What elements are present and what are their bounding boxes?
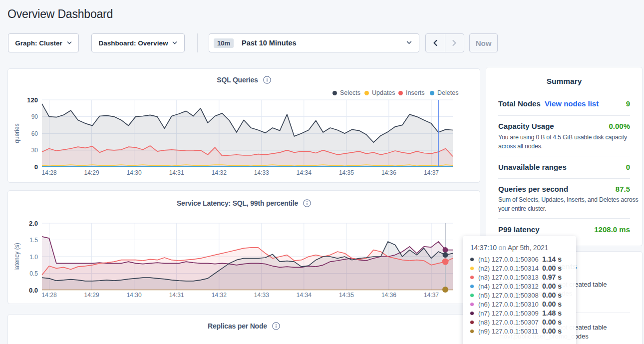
svg-text:14:36: 14:36 — [381, 292, 396, 299]
svg-text:0.5: 0.5 — [29, 270, 38, 277]
svg-text:14:34: 14:34 — [297, 169, 312, 176]
svg-text:14:28: 14:28 — [42, 292, 57, 299]
svg-text:14:35: 14:35 — [339, 292, 354, 299]
svg-text:14:31: 14:31 — [169, 169, 184, 176]
svg-text:14:30: 14:30 — [127, 292, 142, 299]
svg-text:14:36: 14:36 — [381, 169, 396, 176]
svg-text:1.5: 1.5 — [29, 237, 38, 244]
svg-text:queries: queries — [13, 123, 20, 143]
svg-text:14:28: 14:28 — [42, 169, 57, 176]
svg-text:14:37: 14:37 — [424, 169, 439, 176]
svg-text:1.0: 1.0 — [29, 254, 38, 261]
svg-text:14:30: 14:30 — [127, 169, 142, 176]
svg-text:14:33: 14:33 — [254, 292, 269, 299]
svg-text:60: 60 — [31, 130, 38, 137]
svg-text:14:33: 14:33 — [254, 169, 269, 176]
svg-text:14:37: 14:37 — [424, 292, 439, 299]
svg-text:0: 0 — [34, 163, 38, 171]
svg-text:14:34: 14:34 — [297, 292, 312, 299]
svg-text:14:32: 14:32 — [212, 292, 227, 299]
svg-text:latency (s): latency (s) — [13, 243, 20, 270]
svg-text:14:29: 14:29 — [84, 169, 99, 176]
svg-text:14:35: 14:35 — [339, 169, 354, 176]
svg-text:120: 120 — [27, 96, 38, 104]
svg-text:30: 30 — [31, 147, 38, 154]
svg-text:0.0: 0.0 — [29, 287, 38, 294]
svg-text:2.0: 2.0 — [29, 220, 38, 227]
svg-text:14:32: 14:32 — [212, 169, 227, 176]
svg-text:14:31: 14:31 — [169, 292, 184, 299]
svg-text:14:29: 14:29 — [84, 292, 99, 299]
svg-text:90: 90 — [31, 113, 38, 120]
